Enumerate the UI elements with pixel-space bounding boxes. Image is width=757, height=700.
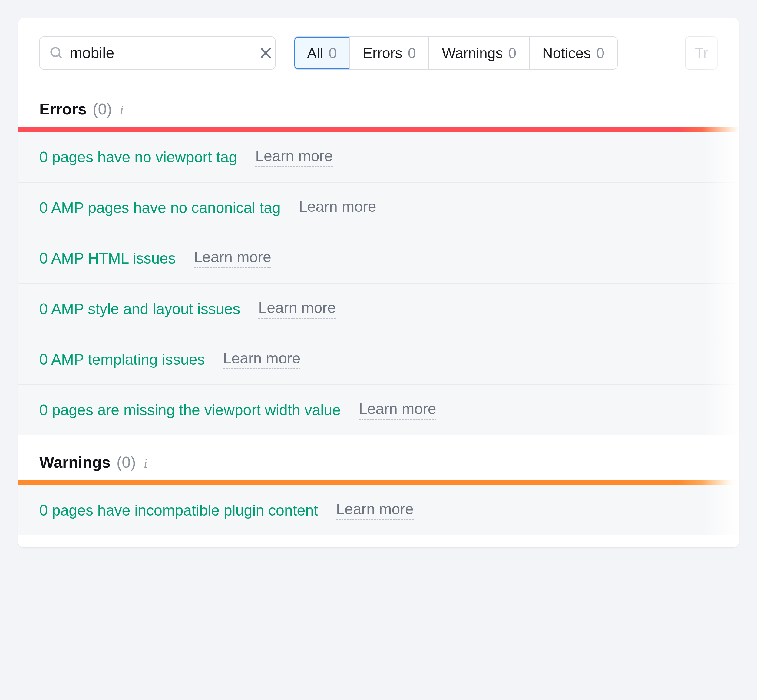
learn-more-link[interactable]: Learn more [258, 299, 336, 319]
issue-text: 0 pages have no viewport tag [39, 148, 237, 166]
filter-errors-label: Errors [363, 45, 403, 61]
toolbar: All 0 Errors 0 Warnings 0 Notices 0 Tr [18, 18, 739, 82]
issues-panel: All 0 Errors 0 Warnings 0 Notices 0 Tr E… [18, 18, 739, 547]
issue-row[interactable]: 0 AMP templating issues Learn more [18, 334, 739, 385]
issue-text: 0 pages are missing the viewport width v… [39, 402, 341, 419]
truncated-button-label: Tr [695, 45, 708, 61]
search-input[interactable] [70, 44, 259, 62]
errors-rule [18, 127, 739, 132]
warnings-section-header: Warnings (0) i [18, 435, 739, 480]
learn-more-link[interactable]: Learn more [336, 500, 414, 520]
warnings-rows: 0 pages have incompatible plugin content… [18, 485, 739, 535]
learn-more-link[interactable]: Learn more [359, 400, 436, 420]
search-box[interactable] [39, 36, 276, 70]
warnings-rule [18, 480, 739, 485]
filter-errors[interactable]: Errors 0 [350, 37, 429, 69]
filter-errors-count: 0 [408, 45, 416, 61]
issue-text: 0 AMP style and layout issues [39, 300, 240, 318]
warnings-title: Warnings [39, 453, 111, 471]
issue-text: 0 AMP pages have no canonical tag [39, 199, 281, 217]
issue-text: 0 AMP HTML issues [39, 250, 176, 267]
filter-segmented: All 0 Errors 0 Warnings 0 Notices 0 [294, 36, 618, 70]
svg-line-1 [58, 55, 61, 58]
learn-more-link[interactable]: Learn more [299, 198, 376, 217]
filter-all-count: 0 [329, 45, 337, 61]
issue-text: 0 AMP templating issues [39, 351, 205, 368]
errors-title: Errors [39, 100, 87, 118]
filter-warnings[interactable]: Warnings 0 [429, 37, 530, 69]
errors-section-header: Errors (0) i [18, 82, 739, 127]
issue-text: 0 pages have incompatible plugin content [39, 502, 318, 519]
issue-row[interactable]: 0 AMP HTML issues Learn more [18, 233, 739, 284]
filter-all[interactable]: All 0 [294, 37, 350, 69]
errors-rows: 0 pages have no viewport tag Learn more … [18, 132, 739, 435]
info-icon[interactable]: i [120, 102, 123, 118]
learn-more-link[interactable]: Learn more [223, 350, 301, 369]
filter-notices[interactable]: Notices 0 [530, 37, 617, 69]
filter-notices-count: 0 [596, 45, 604, 61]
learn-more-link[interactable]: Learn more [194, 248, 271, 268]
truncated-button[interactable]: Tr [685, 36, 718, 70]
clear-icon[interactable] [259, 46, 273, 60]
warnings-count: (0) [117, 453, 136, 471]
filter-warnings-count: 0 [508, 45, 516, 61]
filter-all-label: All [307, 45, 323, 61]
svg-point-0 [51, 48, 60, 56]
filter-warnings-label: Warnings [442, 45, 503, 61]
errors-count: (0) [93, 100, 112, 118]
issue-row[interactable]: 0 AMP pages have no canonical tag Learn … [18, 183, 739, 233]
bottom-spacer [18, 535, 739, 547]
search-icon [48, 45, 64, 61]
filter-notices-label: Notices [542, 45, 591, 61]
info-icon[interactable]: i [144, 456, 147, 471]
issue-row[interactable]: 0 pages have no viewport tag Learn more [18, 132, 739, 183]
learn-more-link[interactable]: Learn more [255, 147, 333, 167]
issue-row[interactable]: 0 pages have incompatible plugin content… [18, 485, 739, 535]
issue-row[interactable]: 0 AMP style and layout issues Learn more [18, 284, 739, 334]
issue-row[interactable]: 0 pages are missing the viewport width v… [18, 385, 739, 435]
